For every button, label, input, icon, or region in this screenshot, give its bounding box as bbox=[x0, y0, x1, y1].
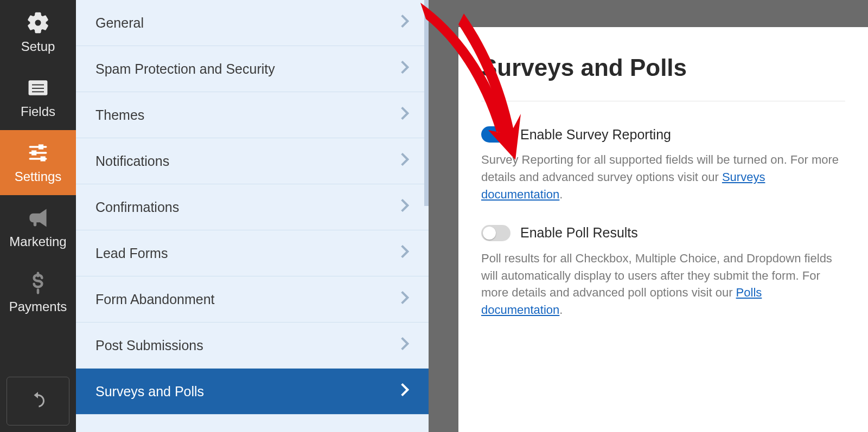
chevron-right-icon bbox=[400, 382, 409, 401]
desc-text: Survey Reporting for all supported field… bbox=[481, 153, 839, 184]
undo-icon bbox=[28, 390, 48, 412]
chevron-right-icon bbox=[400, 60, 409, 78]
nav-item-marketing[interactable]: Marketing bbox=[0, 195, 76, 260]
gear-icon bbox=[26, 11, 50, 35]
nav-item-payments[interactable]: Payments bbox=[0, 260, 76, 325]
svg-rect-7 bbox=[39, 145, 43, 149]
nav-label: Settings bbox=[15, 169, 62, 184]
settings-row-notifications[interactable]: Notifications bbox=[76, 138, 429, 184]
dollar-icon bbox=[26, 271, 50, 295]
scrollbar[interactable] bbox=[424, 0, 429, 206]
settings-row-label: Notifications bbox=[95, 153, 169, 169]
settings-row-label: Post Submissions bbox=[95, 338, 203, 353]
nav-item-setup[interactable]: Setup bbox=[0, 0, 76, 65]
svg-rect-2 bbox=[31, 87, 44, 89]
settings-row-leadforms[interactable]: Lead Forms bbox=[76, 230, 429, 276]
chevron-right-icon bbox=[400, 244, 409, 262]
settings-row-general[interactable]: General bbox=[76, 0, 429, 46]
settings-row-label: Form Abandonment bbox=[95, 292, 215, 307]
settings-row-postsubmissions[interactable]: Post Submissions bbox=[76, 323, 429, 369]
option-survey: Enable Survey Reporting Survey Reporting… bbox=[481, 126, 845, 203]
settings-row-label: Surveys and Polls bbox=[95, 384, 204, 399]
main-area: Surveys and Polls Enable Survey Reportin… bbox=[429, 0, 868, 432]
toggle-poll-results[interactable] bbox=[481, 225, 510, 241]
sliders-icon bbox=[26, 141, 50, 165]
svg-rect-1 bbox=[31, 84, 44, 86]
settings-row-themes[interactable]: Themes bbox=[76, 92, 429, 138]
nav-label: Marketing bbox=[9, 234, 66, 249]
nav-label: Fields bbox=[21, 104, 55, 119]
settings-row-label: General bbox=[95, 15, 144, 31]
desc-text: Poll results for all Checkbox, Multiple … bbox=[481, 252, 832, 300]
chevron-right-icon bbox=[400, 198, 409, 216]
surveys-polls-panel: Surveys and Polls Enable Survey Reportin… bbox=[458, 27, 868, 432]
settings-row-confirmations[interactable]: Confirmations bbox=[76, 184, 429, 230]
settings-row-abandonment[interactable]: Form Abandonment bbox=[76, 276, 429, 323]
nav-label: Setup bbox=[21, 39, 55, 54]
settings-row-label: Confirmations bbox=[95, 199, 179, 215]
toggle-survey-reporting[interactable] bbox=[481, 126, 510, 143]
settings-row-label: Spam Protection and Security bbox=[95, 61, 275, 77]
nav-label: Payments bbox=[9, 299, 67, 314]
option-description: Survey Reporting for all supported field… bbox=[481, 151, 845, 203]
settings-row-label: Lead Forms bbox=[95, 246, 168, 261]
option-description: Poll results for all Checkbox, Multiple … bbox=[481, 250, 845, 319]
panel-title: Surveys and Polls bbox=[481, 54, 845, 81]
svg-rect-8 bbox=[32, 151, 36, 154]
bullhorn-icon bbox=[26, 206, 50, 230]
divider bbox=[481, 101, 845, 101]
option-title: Enable Survey Reporting bbox=[520, 127, 671, 143]
chevron-right-icon bbox=[400, 14, 409, 32]
option-title: Enable Poll Results bbox=[520, 225, 638, 241]
primary-nav: Setup Fields Settings Marketing Payments bbox=[0, 0, 76, 432]
chevron-right-icon bbox=[400, 152, 409, 170]
undo-button[interactable] bbox=[7, 377, 69, 425]
settings-row-surveys[interactable]: Surveys and Polls bbox=[76, 369, 429, 415]
settings-row-spam[interactable]: Spam Protection and Security bbox=[76, 46, 429, 92]
nav-item-settings[interactable]: Settings bbox=[0, 130, 76, 195]
settings-row-label: Themes bbox=[95, 107, 144, 123]
form-fields-icon bbox=[26, 76, 50, 100]
chevron-right-icon bbox=[400, 336, 409, 354]
nav-item-fields[interactable]: Fields bbox=[0, 65, 76, 130]
option-poll: Enable Poll Results Poll results for all… bbox=[481, 225, 845, 319]
settings-submenu: General Spam Protection and Security The… bbox=[76, 0, 429, 432]
desc-text: . bbox=[559, 188, 563, 201]
chevron-right-icon bbox=[400, 106, 409, 124]
svg-rect-9 bbox=[41, 157, 45, 160]
svg-rect-3 bbox=[31, 91, 44, 93]
desc-text: . bbox=[559, 303, 563, 317]
chevron-right-icon bbox=[400, 290, 409, 308]
